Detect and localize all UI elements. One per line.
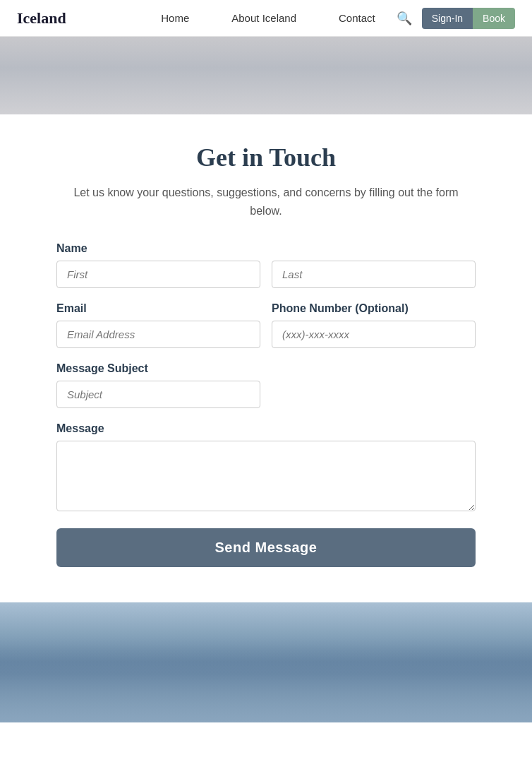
contact-form-section: Get in Touch Let us know your questions,… [0, 114, 532, 602]
form-title: Get in Touch [56, 143, 476, 172]
email-col: Email [56, 302, 260, 348]
book-button[interactable]: Book [473, 8, 515, 29]
hero-bottom-image [0, 602, 532, 722]
signin-button[interactable]: Sign-In [422, 8, 473, 29]
navbar: Iceland Home About Iceland Contact 🔍 Sig… [0, 0, 532, 37]
nav-contact[interactable]: Contact [339, 12, 375, 24]
nav-home[interactable]: Home [161, 12, 189, 24]
name-row [56, 261, 476, 288]
search-icon[interactable]: 🔍 [397, 12, 412, 25]
subject-label: Message Subject [56, 362, 476, 375]
auth-buttons: Sign-In Book [422, 8, 515, 29]
subject-group: Message Subject [56, 362, 476, 408]
message-textarea[interactable] [56, 441, 476, 511]
last-name-input[interactable] [272, 261, 476, 288]
last-name-col [272, 261, 476, 288]
name-group: Name [56, 242, 476, 288]
first-name-col [56, 261, 260, 288]
first-name-input[interactable] [56, 261, 260, 288]
subject-input-wrapper [56, 381, 260, 408]
phone-col: Phone Number (Optional) [272, 302, 476, 348]
email-phone-row: Email Phone Number (Optional) [56, 302, 476, 348]
message-label: Message [56, 422, 476, 435]
nav-about[interactable]: About Iceland [231, 12, 296, 24]
form-subtitle: Let us know your questions, suggestions,… [56, 184, 476, 220]
message-group: Message [56, 422, 476, 514]
subject-input[interactable] [56, 381, 260, 408]
phone-label: Phone Number (Optional) [272, 302, 476, 315]
phone-input[interactable] [272, 321, 476, 348]
hero-top-image [0, 37, 532, 114]
nav-links: Home About Iceland Contact [161, 12, 375, 24]
email-input[interactable] [56, 321, 260, 348]
site-logo[interactable]: Iceland [17, 9, 66, 28]
name-label: Name [56, 242, 476, 255]
send-message-button[interactable]: Send Message [56, 528, 476, 567]
email-label: Email [56, 302, 260, 315]
